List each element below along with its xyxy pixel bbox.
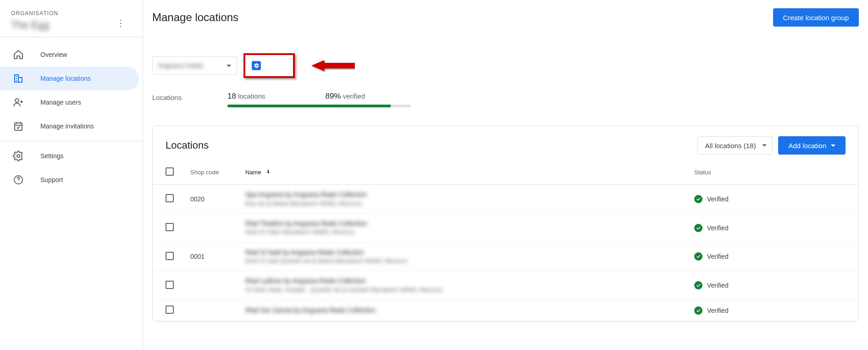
verified-icon	[694, 252, 702, 261]
table-row[interactable]: 0020 Spa Angsana by Angsana Riads Collec…	[153, 185, 858, 214]
nav-divider	[0, 141, 143, 141]
page-title: Manage locations	[152, 11, 238, 24]
card-header: Locations All locations (18) Add locatio…	[153, 126, 858, 160]
card-title: Locations	[166, 139, 209, 151]
chevron-down-icon	[831, 144, 835, 147]
verified-icon	[694, 195, 702, 203]
person-add-icon	[13, 97, 24, 108]
row-name: Riad Si Said by Angsana Riads Collection…	[245, 248, 683, 266]
nav-label: Manage invitations	[40, 122, 94, 130]
gear-icon	[13, 150, 24, 161]
nav-list: Overview Manage locations Manage users M…	[0, 37, 143, 197]
business-icon	[13, 73, 24, 84]
add-location-button[interactable]: Add location	[778, 136, 846, 155]
row-checkbox[interactable]	[166, 223, 174, 231]
nav-label: Overview	[40, 51, 67, 58]
filter-label: All locations (18)	[705, 142, 756, 150]
sort-desc-icon	[265, 169, 271, 176]
select-all-checkbox[interactable]	[166, 167, 174, 176]
location-group-select[interactable]: Angsana Hotels	[152, 56, 237, 75]
table-row[interactable]: Riad Dar Zaouia by Angsana Riads Collect…	[153, 300, 858, 321]
annotation-arrow	[311, 59, 355, 72]
group-settings-button[interactable]	[252, 61, 261, 70]
org-label: ORGANISATION	[11, 10, 132, 17]
more-icon[interactable]: ⋮	[116, 17, 125, 28]
locations-table: Shop code Name Status 0020 Spa Angsana b…	[153, 160, 858, 321]
table-row[interactable]: 0001 Riad Si Said by Angsana Riads Colle…	[153, 242, 858, 271]
row-shop-code	[185, 271, 240, 300]
row-name: Riad Dar Zaouia by Angsana Riads Collect…	[245, 306, 683, 315]
locations-label: Locations	[152, 92, 227, 101]
nav-manage-invitations[interactable]: Manage invitations	[0, 114, 139, 138]
chevron-down-icon	[762, 144, 767, 147]
row-shop-code: 0020	[185, 185, 240, 214]
row-status: Verified	[694, 281, 853, 289]
verified-icon	[694, 306, 702, 315]
org-name: The Egg	[11, 19, 132, 31]
row-checkbox[interactable]	[166, 194, 174, 202]
sidebar-header: ORGANISATION The Egg ⋮	[0, 0, 143, 37]
row-shop-code: 0001	[185, 242, 240, 271]
home-icon	[13, 49, 24, 60]
table-row[interactable]: Riad Tiwaline by Angsana Riads Collectio…	[153, 213, 858, 242]
svg-point-0	[15, 99, 19, 102]
create-location-group-button[interactable]: Create location group	[773, 8, 859, 27]
sidebar: ORGANISATION The Egg ⋮ Overview Manage l…	[0, 0, 143, 350]
group-select-value: Angsana Hotels	[158, 62, 204, 69]
table-row[interactable]: Riad Lydines by Angsana Riads Collection…	[153, 271, 858, 300]
main-header: Manage locations Create location group	[152, 8, 859, 27]
nav-manage-users[interactable]: Manage users	[0, 90, 139, 114]
nav-overview[interactable]: Overview	[0, 43, 139, 67]
locations-card: Locations All locations (18) Add locatio…	[152, 126, 859, 322]
card-actions: All locations (18) Add location	[697, 136, 846, 155]
verified-icon	[694, 224, 702, 232]
col-shop-header[interactable]: Shop code	[185, 160, 240, 185]
verified-icon	[694, 281, 702, 289]
nav-label: Support	[40, 176, 63, 183]
row-status: Verified	[694, 252, 853, 261]
annotation-highlight-box	[243, 53, 295, 78]
row-name: Riad Lydines by Angsana Riads Collection…	[245, 277, 683, 294]
row-status: Verified	[694, 224, 853, 232]
filter-locations-select[interactable]: All locations (18)	[697, 136, 773, 155]
row-checkbox[interactable]	[166, 252, 174, 260]
svg-point-2	[17, 155, 20, 157]
row-name: Riad Tiwaline by Angsana Riads Collectio…	[245, 219, 683, 237]
nav-support[interactable]: Support	[0, 168, 139, 192]
nav-manage-locations[interactable]: Manage locations	[0, 67, 139, 90]
row-status: Verified	[694, 195, 853, 203]
nav-settings[interactable]: Settings	[0, 144, 139, 168]
add-location-label: Add location	[788, 142, 826, 150]
row-name: Spa Angsana by Angsana Riads Collection …	[245, 190, 683, 208]
row-checkbox[interactable]	[166, 281, 174, 289]
nav-label: Manage users	[40, 99, 81, 106]
main-content: Manage locations Create location group A…	[143, 0, 868, 350]
calendar-icon	[13, 121, 24, 132]
nav-label: Manage locations	[40, 75, 91, 82]
verified-stat: 89% verified	[278, 92, 365, 101]
svg-rect-1	[15, 123, 22, 130]
svg-marker-4	[311, 60, 355, 71]
nav-label: Settings	[40, 152, 64, 160]
row-shop-code	[185, 213, 240, 242]
stats-row: Locations 18 locations 89% verified	[152, 92, 859, 106]
col-name-header[interactable]: Name	[240, 160, 689, 185]
row-shop-code	[185, 300, 240, 321]
group-toolbar: Angsana Hotels	[152, 53, 859, 78]
help-icon	[13, 174, 24, 185]
col-status-header[interactable]: Status	[689, 160, 858, 185]
row-checkbox[interactable]	[166, 306, 174, 314]
chevron-down-icon	[227, 65, 231, 67]
row-status: Verified	[694, 306, 853, 315]
